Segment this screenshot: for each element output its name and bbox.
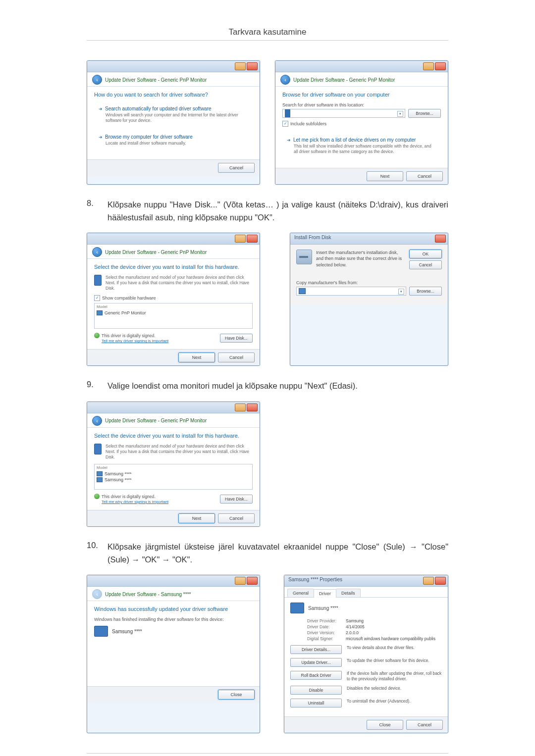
tab-general[interactable]: General: [287, 589, 314, 597]
cancel-button[interactable]: Cancel: [218, 513, 255, 523]
disable-button[interactable]: Disable: [290, 686, 342, 695]
step-number: 8.: [87, 199, 107, 224]
window-min-icon[interactable]: [235, 577, 246, 585]
path-row: ▾ Browse...: [282, 109, 441, 118]
titlebar: [87, 402, 260, 413]
signing-row: This driver is digitally signed. Tell me…: [94, 333, 253, 343]
cancel-button[interactable]: Cancel: [406, 720, 443, 730]
dialog-select-driver-generic: ‹ Update Driver Software - Generic PnP M…: [87, 233, 260, 366]
window-close-icon[interactable]: [247, 62, 258, 70]
dialog-body: Select the device driver you want to ins…: [87, 428, 260, 510]
back-button-icon[interactable]: ‹: [280, 75, 290, 85]
next-button[interactable]: Next: [178, 353, 215, 362]
show-compatible-checkbox[interactable]: ✓ Show compatible hardware: [94, 295, 253, 301]
include-subfolders-checkbox[interactable]: ✓ Include subfolders: [282, 121, 441, 127]
option-let-me-pick[interactable]: Let me pick from a list of device driver…: [282, 134, 441, 158]
step-text: Valige loendist oma monitori mudel ja kl…: [107, 380, 448, 393]
header-rule: [87, 40, 448, 41]
back-button-icon[interactable]: ‹: [92, 247, 102, 257]
selected-path: [285, 109, 290, 117]
browse-button[interactable]: Browse...: [408, 109, 441, 118]
window-close-icon[interactable]: [435, 577, 446, 585]
window-close-icon[interactable]: [247, 577, 258, 585]
signed-text: This driver is digitally signed.: [102, 494, 156, 499]
step-number: 10.: [87, 541, 107, 566]
window-close-icon[interactable]: [435, 235, 446, 243]
device-name: Samsung ****: [308, 605, 338, 611]
question-heading: Select the device driver you want to ins…: [94, 433, 253, 439]
window-min-icon[interactable]: [423, 62, 434, 70]
option-auto-search[interactable]: Search automatically for updated driver …: [94, 102, 253, 127]
model-name: Samsung ****: [105, 471, 132, 476]
copy-from-row: ▾ Browse...: [296, 287, 442, 296]
dialog-body: Windows has successfully updated your dr…: [87, 601, 260, 686]
path-combobox[interactable]: ▾: [282, 109, 405, 118]
cancel-button[interactable]: Cancel: [406, 171, 443, 181]
list-item[interactable]: Generic PnP Monitor: [97, 310, 250, 316]
provider-key: Driver Provider:: [307, 618, 346, 623]
chevron-down-icon[interactable]: ▾: [398, 289, 404, 295]
window-min-icon[interactable]: [235, 62, 246, 70]
ok-button[interactable]: OK: [409, 250, 442, 258]
window-min-icon[interactable]: [235, 403, 246, 411]
tab-driver[interactable]: Driver: [314, 589, 336, 598]
step-9: 9. Valige loendist oma monitori mudel ja…: [87, 380, 448, 393]
rollback-driver-desc: If the device fails after updating the d…: [347, 671, 442, 682]
dialog-body: How do you want to search for driver sof…: [87, 87, 260, 159]
sub-desc: Select the manufacturer and model of you…: [106, 444, 253, 460]
breadcrumb: Update Driver Software - Generic PnP Mon…: [105, 418, 207, 423]
model-list[interactable]: Model Generic PnP Monitor: [94, 303, 253, 329]
copy-from-combobox[interactable]: ▾: [296, 287, 406, 296]
model-list[interactable]: Model Samsung **** Samsung ****: [94, 464, 253, 490]
cancel-button[interactable]: Cancel: [409, 260, 442, 269]
browse-button[interactable]: Browse...: [409, 287, 442, 296]
monitor-icon: [97, 471, 103, 476]
list-item[interactable]: Samsung ****: [97, 471, 250, 477]
dialog-title: Install From Disk: [294, 235, 331, 240]
option-browse-computer[interactable]: Browse my computer for driver software L…: [94, 131, 253, 150]
close-button[interactable]: Close: [367, 720, 403, 730]
driver-details-button[interactable]: Driver Details...: [290, 645, 342, 654]
wizard-nav: ‹ Update Driver Software - Generic PnP M…: [87, 72, 260, 87]
dialog-select-driver-samsung: ‹ Update Driver Software - Generic PnP M…: [87, 402, 260, 527]
monitor-icon: [94, 275, 102, 286]
step-text: Klõpsake järgmistel üksteise järel kuvat…: [107, 541, 448, 566]
window-close-icon[interactable]: [435, 62, 446, 70]
question-heading: Browse for driver software on your compu…: [282, 92, 441, 98]
have-disk-button[interactable]: Have Disk...: [220, 334, 253, 343]
rollback-driver-button[interactable]: Roll Back Driver: [290, 671, 342, 680]
window-help-icon[interactable]: [423, 577, 434, 585]
shield-icon: [94, 494, 100, 499]
device-name: Samsung ****: [112, 629, 142, 634]
cancel-button[interactable]: Cancel: [218, 353, 255, 362]
shield-icon: [94, 333, 100, 338]
titlebar: Samsung **** Properties: [284, 575, 448, 587]
cancel-button[interactable]: Cancel: [218, 163, 255, 173]
back-button-icon[interactable]: ‹: [92, 416, 102, 426]
date-key: Driver Date:: [307, 624, 346, 629]
update-driver-desc: To update the driver software for this d…: [347, 658, 442, 663]
breadcrumb: Update Driver Software - Samsung ****: [105, 592, 191, 597]
next-button[interactable]: Next: [367, 171, 403, 181]
sub-desc: Select the manufacturer and model of you…: [106, 275, 253, 291]
chevron-down-icon[interactable]: ▾: [397, 111, 403, 117]
list-item[interactable]: Samsung ****: [97, 477, 250, 483]
window-close-icon[interactable]: [247, 403, 258, 411]
step-number: 9.: [87, 380, 107, 393]
signer-key: Digital Signer:: [307, 636, 346, 641]
signing-info-link[interactable]: Tell me why driver signing is important: [102, 500, 168, 504]
next-button[interactable]: Next: [178, 513, 215, 523]
checkbox-icon: ✓: [282, 121, 288, 127]
provider-value: Samsung: [346, 618, 364, 623]
signing-info-link[interactable]: Tell me why driver signing is important: [102, 339, 168, 343]
tab-details[interactable]: Details: [336, 589, 361, 597]
uninstall-button[interactable]: Uninstall: [290, 699, 342, 707]
back-button-icon[interactable]: ‹: [92, 75, 102, 85]
update-driver-button[interactable]: Update Driver...: [290, 658, 342, 667]
close-button[interactable]: Close: [218, 690, 255, 700]
have-disk-button[interactable]: Have Disk...: [220, 495, 253, 504]
titlebar: Install From Disk: [290, 233, 448, 245]
window-min-icon[interactable]: [235, 235, 246, 243]
window-close-icon[interactable]: [247, 235, 258, 243]
wizard-nav: ‹ Update Driver Software - Samsung ****: [87, 587, 260, 601]
